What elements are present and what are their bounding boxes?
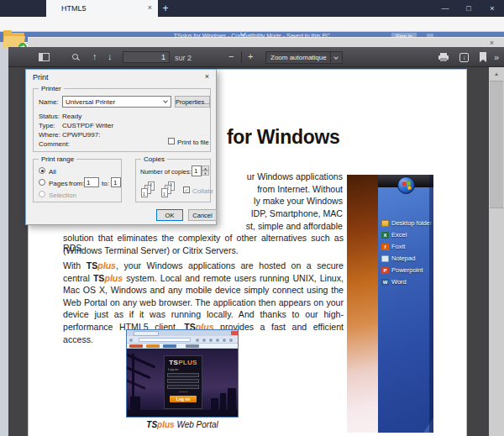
print-icon[interactable] <box>438 53 449 61</box>
print-to-file-checkbox[interactable] <box>168 138 175 144</box>
collate-pages-icon: 3 2 1 <box>161 181 178 200</box>
mini-close-icon <box>231 331 239 335</box>
paragraph-fragment: IDP, Smartphone, MAC <box>217 208 343 218</box>
windows-logo-icon <box>397 176 415 194</box>
app-panel: Desktop folder X Excel f Foxit Notepad P… <box>378 175 433 433</box>
page-down-icon[interactable]: ↓ <box>108 52 113 61</box>
paragraph-fragment: ly make your Windows <box>217 196 343 206</box>
zoom-in-button[interactable]: + <box>248 52 253 61</box>
desktop-item-excel[interactable]: X Excel <box>381 230 407 239</box>
windows-desktop-image: Desktop folder X Excel f Foxit Notepad P… <box>347 175 433 433</box>
desktop-item-powerpoint[interactable]: P Powerpoint <box>381 265 423 275</box>
folder-icon <box>381 220 389 227</box>
window-close-button[interactable]: × <box>486 3 499 14</box>
paragraph-fragment: from Internet. Without <box>217 184 343 194</box>
rock-wallpaper <box>347 175 378 433</box>
properties-button[interactable]: Properties... <box>175 96 210 108</box>
window-minimize-button[interactable]: — <box>438 3 452 14</box>
pages-to-input[interactable] <box>111 177 121 187</box>
printer-where: CPWPU997: <box>62 131 100 139</box>
copies-group: Copies Number of copies: ▲▼ 3 2 1 3 2 1 … <box>135 159 211 202</box>
scroll-up-icon[interactable]: ▲ <box>489 67 504 81</box>
pdf-toolbar: ↑ ↓ sur 2 − + Zoom automatique ↓ » <box>8 47 504 67</box>
document-heading: for Windows <box>227 126 339 149</box>
close-icon[interactable]: × <box>205 72 209 81</box>
print-dialog-titlebar[interactable]: Print × <box>26 70 216 83</box>
ok-button[interactable]: OK <box>156 209 183 221</box>
chevron-down-icon <box>163 98 168 103</box>
copies-input[interactable] <box>192 165 202 176</box>
collate-pages-icon: 3 2 1 <box>141 181 158 200</box>
word-icon: W <box>381 279 389 286</box>
tab-close-icon[interactable]: × <box>148 3 152 12</box>
scrollbar[interactable]: ▲ <box>489 67 504 436</box>
printer-name-select[interactable]: Universal Printer <box>62 96 171 108</box>
portal-login-panel: TSPLUS Log on • • • • • Log on <box>164 355 202 409</box>
close-icon[interactable]: × <box>490 39 494 47</box>
zoom-select[interactable]: Zoom automatique <box>265 51 343 64</box>
notepad-icon <box>381 255 389 262</box>
portal-field <box>167 379 199 383</box>
paragraph-fragment: st, simple and affordable <box>217 221 343 231</box>
page-number-input[interactable] <box>123 51 170 63</box>
copies-stepper[interactable]: ▲▼ <box>202 165 209 176</box>
printer-type: CUSTPDF Writer <box>62 122 113 129</box>
image-caption: TSplus Web Portal <box>126 420 239 429</box>
new-tab-button[interactable]: + <box>158 2 173 15</box>
print-range-group: Print range All Pages from: to: Selectio… <box>33 159 122 202</box>
print-dialog-title: Print <box>33 73 49 81</box>
chevron-down-icon <box>333 55 339 60</box>
night-city-scene: TSPLUS Log on • • • • • Log on <box>127 349 239 418</box>
browser-navbar: ← → ↻ ⌂ ≡ <box>0 17 504 32</box>
background-window-edge <box>0 32 8 436</box>
tsplus-logo: TSPLUS <box>165 359 202 366</box>
bridge-silhouette <box>126 350 155 368</box>
tab-title: HTML5 <box>61 4 87 13</box>
browser-tab[interactable]: HTML5 × <box>46 0 158 17</box>
cancel-button[interactable]: Cancel <box>188 209 217 221</box>
screen: HTML5 × + — □ × ← → ↻ ⌂ ≡ TSplus for Win <box>0 0 504 436</box>
page-up-icon[interactable]: ↑ <box>92 52 97 61</box>
printer-group: Printer Name: Universal Printer Properti… <box>33 88 211 152</box>
portal-field <box>167 373 199 377</box>
desktop-item-foxit[interactable]: f Foxit <box>381 242 405 251</box>
mini-browser-toolbar <box>127 336 239 344</box>
bookmark-icon[interactable] <box>480 52 486 62</box>
zoom-out-button[interactable]: − <box>228 52 234 61</box>
printer-status: Ready <box>62 113 81 120</box>
pdf-window-top-edge: × <box>28 37 504 47</box>
mini-browser-titlebar <box>127 330 239 336</box>
paragraph-line: (Windows Terminal Server) or Citrix Serv… <box>63 245 344 255</box>
browser-titlebar: HTML5 × + — □ × <box>0 0 504 17</box>
paragraph-fragment: ur Windows applications <box>217 171 343 181</box>
window-maximize-button[interactable]: □ <box>462 3 475 14</box>
pages-from-input[interactable] <box>84 177 99 187</box>
pdf-sidebar-toggle-icon[interactable] <box>39 53 50 61</box>
portal-field <box>167 385 199 389</box>
scrollbar-thumb[interactable] <box>490 81 503 208</box>
foxit-icon: f <box>381 244 389 250</box>
print-dialog: Print × Printer Name: Universal Printer … <box>25 69 217 225</box>
desktop-item-word[interactable]: W Word <box>381 277 407 286</box>
range-pages-radio[interactable] <box>39 179 45 186</box>
page-count-label: sur 2 <box>175 54 192 62</box>
collate-checkbox[interactable]: ✓ <box>183 186 190 193</box>
desktop-item-notepad[interactable]: Notepad <box>381 254 415 263</box>
range-selection-radio[interactable] <box>39 191 45 197</box>
range-all-radio[interactable] <box>39 167 45 174</box>
pdf-find-icon[interactable] <box>72 54 78 60</box>
more-tools-icon[interactable]: » <box>494 52 499 62</box>
powerpoint-icon: P <box>381 267 389 274</box>
download-icon[interactable]: ↓ <box>459 53 469 62</box>
excel-icon: X <box>381 232 389 239</box>
web-portal-image: TSPLUS Log on • • • • • Log on <box>126 329 239 418</box>
portal-logon-button: Log on <box>170 396 197 402</box>
zoom-select-value: Zoom automatique <box>270 54 330 61</box>
desktop-item-desktop-folder[interactable]: Desktop folder <box>381 218 432 228</box>
